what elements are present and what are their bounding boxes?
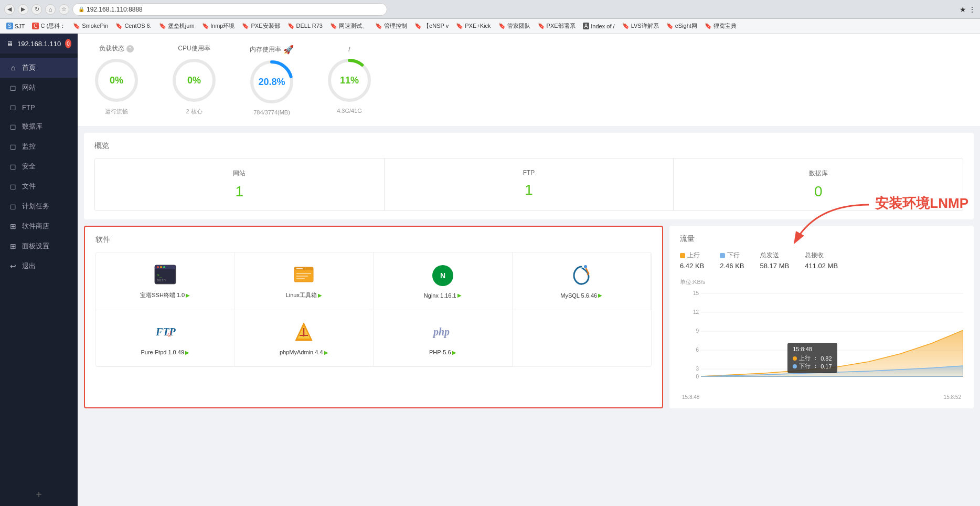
home-icon: ⌂ bbox=[8, 64, 18, 72]
menu-icon[interactable]: ⋮ bbox=[968, 5, 976, 14]
sidebar-add-button[interactable]: + bbox=[0, 483, 78, 506]
traffic-total-send-label: 总发送 bbox=[760, 251, 790, 260]
nginx-name: Nginx 1.16.1▶ bbox=[424, 292, 462, 299]
software-php[interactable]: php PHP-5.6▶ bbox=[374, 310, 513, 366]
bookmark-team[interactable]: 🔖 管家团队 bbox=[495, 21, 534, 31]
bookmark-liwobao[interactable]: 🔖 狸窝宝典 bbox=[701, 21, 740, 31]
software-mysql[interactable]: MySQL 5.6.46▶ bbox=[513, 252, 652, 310]
bookmark-kick[interactable]: 🔖 PXE+Kick bbox=[453, 22, 494, 30]
traffic-up-label: 上行 bbox=[680, 251, 704, 260]
overview-website-value: 1 bbox=[105, 183, 374, 200]
sidebar-item-tasks[interactable]: ◻ 计划任务 bbox=[0, 196, 78, 216]
tooltip-down-label: 下行 bbox=[799, 362, 811, 370]
bookmark-cisco[interactable]: C C (思科： bbox=[29, 21, 69, 31]
software-phpmyadmin[interactable]: phpMyAdmin 4.4▶ bbox=[235, 310, 374, 366]
bookmark-pxedeploy[interactable]: 🔖 PXE部署系 bbox=[535, 21, 579, 31]
back-button[interactable]: ◀ bbox=[4, 4, 15, 15]
load-label: 负载状态 ? bbox=[99, 44, 134, 53]
files-icon: ◻ bbox=[8, 182, 18, 191]
overview-section: 概览 网站 1 FTP 1 数据库 0 bbox=[84, 133, 974, 219]
bookmark-ensp[interactable]: 🔖 【eNSP v bbox=[411, 21, 452, 31]
overview-db-card[interactable]: 数据库 0 bbox=[674, 159, 963, 210]
sidebar-item-settings[interactable]: ⊞ 面板设置 bbox=[0, 236, 78, 256]
bookmark-smokepin[interactable]: 🔖 SmokePin bbox=[70, 22, 111, 30]
overview-website-card[interactable]: 网站 1 bbox=[95, 159, 385, 210]
software-ftp[interactable]: FTP d Pure-Ftpd 1.0.49▶ bbox=[96, 310, 235, 366]
sidebar-db-label: 数据库 bbox=[22, 122, 42, 131]
home-button[interactable]: ⌂ bbox=[45, 4, 56, 15]
tooltip-down-row: 下行： 0.17 bbox=[793, 362, 832, 370]
svg-text:N: N bbox=[440, 271, 445, 280]
software-grid: >_ bash 宝塔SSH终端 1.0▶ bbox=[95, 252, 652, 367]
star-icon[interactable]: ★ bbox=[960, 5, 966, 14]
bookmark-speed[interactable]: 🔖 网速测试、 bbox=[327, 21, 371, 31]
sidebar-item-store[interactable]: ⊞ 软件商店 bbox=[0, 216, 78, 236]
traffic-section: 安装环境LNMP 流量 上行 bbox=[669, 226, 974, 408]
disk-label: / bbox=[348, 46, 350, 53]
cpu-sublabel: 2 核心 bbox=[186, 108, 202, 115]
memory-sublabel: 784/3774(MB) bbox=[253, 109, 290, 115]
overview-website-label: 网站 bbox=[105, 169, 374, 178]
app-container: 🖥 192.168.1.110 0 ⌂ 首页 ◻ 网站 ◻ FTP ◻ 数据库 … bbox=[0, 34, 980, 506]
sidebar-item-website[interactable]: ◻ 网站 bbox=[0, 78, 78, 98]
terminal-name: 宝塔SSH终端 1.0▶ bbox=[140, 291, 190, 299]
svg-text:bash: bash bbox=[157, 278, 166, 282]
sidebar-item-database[interactable]: ◻ 数据库 bbox=[0, 117, 78, 136]
sidebar-item-files[interactable]: ◻ 文件 bbox=[0, 176, 78, 196]
overview-title: 概览 bbox=[94, 141, 963, 151]
refresh-button[interactable]: ↻ bbox=[31, 4, 42, 15]
tooltip-time: 15:8:48 bbox=[793, 346, 832, 352]
tooltip-up-label: 上行 bbox=[799, 354, 811, 362]
phpmyadmin-icon bbox=[292, 321, 315, 344]
mysql-icon bbox=[570, 264, 593, 287]
down-dot bbox=[720, 253, 725, 258]
monitor-icon: ◻ bbox=[8, 142, 18, 151]
load-stat: 负载状态 ? 0% 运行流畅 bbox=[93, 44, 140, 115]
tooltip-down-value: 0.17 bbox=[821, 363, 832, 370]
sidebar-item-logout[interactable]: ↩ 退出 bbox=[0, 256, 78, 276]
sidebar-tasks-label: 计划任务 bbox=[22, 202, 49, 211]
sidebar-item-security[interactable]: ◻ 安全 bbox=[0, 156, 78, 176]
traffic-up-value: 6.42 KB bbox=[680, 262, 704, 270]
bookmark-index[interactable]: A Index of / bbox=[580, 22, 618, 30]
bookmark-sjt[interactable]: S SJT bbox=[3, 22, 28, 30]
browser-chrome: ◀ ▶ ↻ ⌂ ☆ 🔒 192.168.1.110:8888 ★ ⋮ bbox=[0, 0, 980, 19]
sidebar-ftp-label: FTP bbox=[22, 103, 35, 111]
software-title: 软件 bbox=[95, 235, 652, 245]
sidebar-item-monitor[interactable]: ◻ 监控 bbox=[0, 136, 78, 156]
software-linux-tools[interactable]: Linux工具箱▶ bbox=[235, 252, 374, 310]
sidebar-store-label: 软件商店 bbox=[22, 222, 49, 231]
sidebar-settings-label: 面板设置 bbox=[22, 241, 49, 251]
sidebar-item-ftp[interactable]: ◻ FTP bbox=[0, 98, 78, 117]
bookmark-lvs[interactable]: 🔖 LVS详解系 bbox=[619, 21, 662, 31]
chart-area: 15 12 9 6 3 0 bbox=[680, 288, 963, 393]
bookmark-dell[interactable]: 🔖 DELL R73 bbox=[284, 22, 326, 30]
load-percent: 0% bbox=[110, 75, 123, 86]
sidebar-badge: 0 bbox=[65, 39, 71, 48]
software-section: 软件 >_ bash bbox=[84, 226, 663, 408]
disk-stat: / 11% 4.3G/41G bbox=[326, 46, 372, 114]
software-nginx[interactable]: N Nginx 1.16.1▶ bbox=[374, 252, 513, 310]
traffic-down-label: 下行 bbox=[720, 251, 744, 260]
linux-tools-name: Linux工具箱▶ bbox=[286, 291, 322, 299]
svg-point-11 bbox=[160, 266, 162, 268]
bookmark-centos[interactable]: 🔖 CentOS 6. bbox=[112, 22, 154, 30]
overview-ftp-card[interactable]: FTP 1 bbox=[385, 159, 674, 210]
load-help-icon[interactable]: ? bbox=[126, 45, 134, 52]
bookmark-esight[interactable]: 🔖 eSight网 bbox=[663, 21, 700, 31]
software-terminal[interactable]: >_ bash 宝塔SSH终端 1.0▶ bbox=[96, 252, 235, 310]
svg-text:12: 12 bbox=[693, 309, 699, 315]
bookmark-mgmt[interactable]: 🔖 管理控制 bbox=[372, 21, 410, 31]
forward-button[interactable]: ▶ bbox=[18, 4, 28, 15]
svg-text:d: d bbox=[167, 330, 172, 338]
bookmark-bastion[interactable]: 🔖 堡垒机jum bbox=[156, 21, 198, 31]
sidebar-item-home[interactable]: ⌂ 首页 bbox=[0, 58, 78, 78]
address-bar[interactable]: 🔒 192.168.1.110:8888 bbox=[72, 3, 387, 16]
tooltip-up-row: 上行： 0.82 bbox=[793, 354, 832, 362]
bookmark-pxe[interactable]: 🔖 PXE安装部 bbox=[239, 21, 283, 31]
bookmark-button[interactable]: ☆ bbox=[59, 4, 69, 15]
up-dot bbox=[680, 253, 685, 258]
stats-row: 负载状态 ? 0% 运行流畅 CPU使用率 bbox=[78, 34, 980, 126]
bookmark-lnmp[interactable]: 🔖 lnmp环境 bbox=[199, 21, 238, 31]
svg-text:FTP: FTP bbox=[155, 326, 176, 338]
